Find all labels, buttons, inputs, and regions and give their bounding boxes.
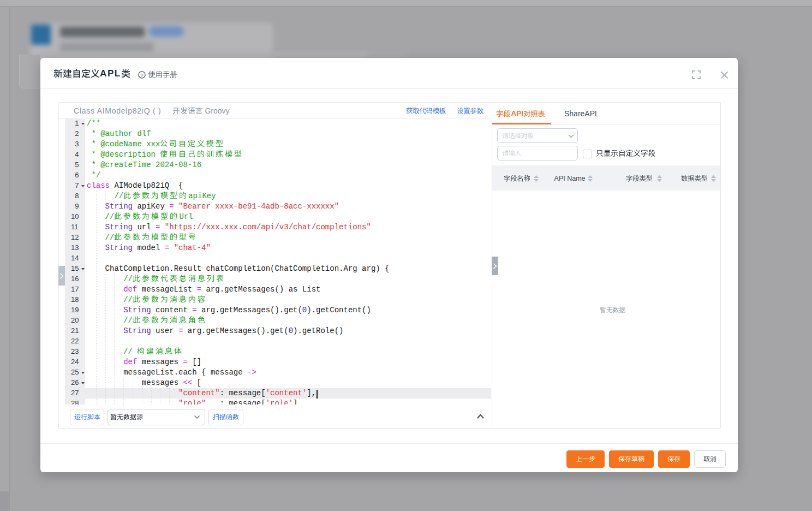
svg-text:?: ? bbox=[140, 72, 143, 78]
